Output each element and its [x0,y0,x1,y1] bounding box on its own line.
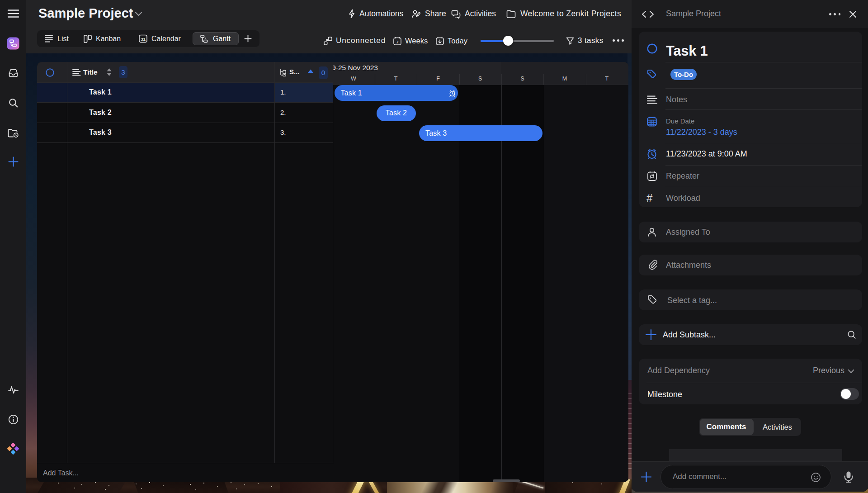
svg-text:31: 31 [141,37,146,42]
svg-text:7: 7 [396,39,398,44]
